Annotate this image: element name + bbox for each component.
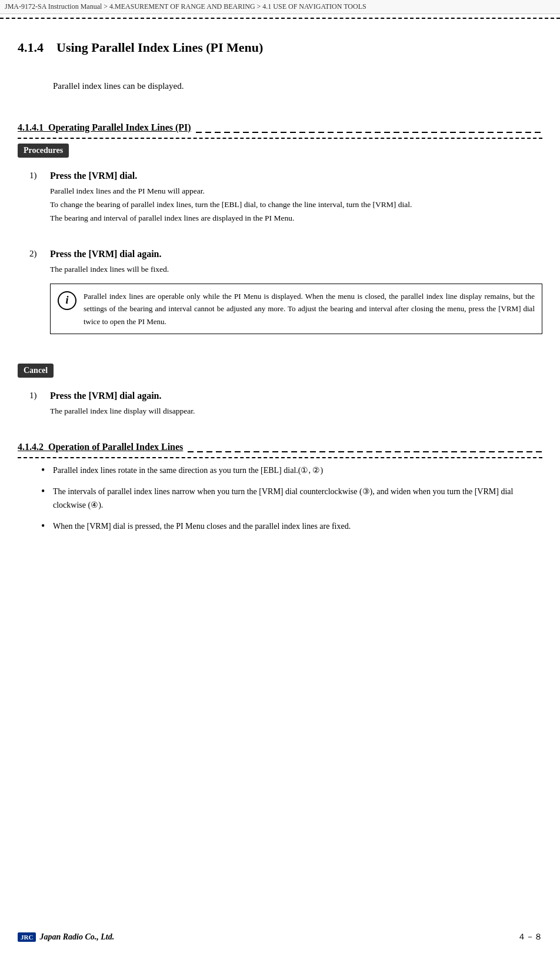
top-dashed-divider <box>0 18 560 19</box>
step-1-body: Parallel index lines and the PI Menu wil… <box>50 185 542 225</box>
footer: JRC Japan Radio Co., Ltd. ４－８ <box>0 932 560 942</box>
subsection2-row: 4.1.4.2 Operation of Parallel Index Line… <box>18 436 542 458</box>
section-intro: Parallel index lines can be displayed. <box>53 79 542 93</box>
step-1-number: 1) <box>29 171 50 181</box>
footer-logo-area: JRC Japan Radio Co., Ltd. <box>18 932 114 942</box>
section-number: 4.1.4 <box>18 40 44 55</box>
subsection1-dashes <box>196 132 542 133</box>
step-1-line-2: To change the bearing of parallel index … <box>50 198 542 212</box>
cancel-badge: Cancel <box>18 364 54 378</box>
cancel-step-1-body: The parallel index line display will dis… <box>50 405 542 418</box>
subsection1-row: 4.1.4.1 Operating Parallel Index Lines (… <box>18 116 542 139</box>
info-box: i Parallel index lines are operable only… <box>50 284 542 334</box>
step-1-line-3: The bearing and interval of parallel ind… <box>50 212 542 225</box>
bullet-text-3: When the [VRM] dial is pressed, the PI M… <box>53 520 542 533</box>
step-1-row: 1) Press the [VRM] dial. <box>29 171 542 181</box>
section-heading: 4.1.4 Using Parallel Index Lines (PI Men… <box>18 40 542 55</box>
section-title: Using Parallel Index Lines (PI Menu) <box>56 40 263 55</box>
info-icon: i <box>58 291 76 310</box>
bullet-text-1: Parallel index lines rotate in the same … <box>53 464 542 477</box>
subsection2-heading: 4.1.4.2 Operation of Parallel Index Line… <box>18 442 183 455</box>
cancel-step-1-title: Press the [VRM] dial again. <box>50 391 161 401</box>
subsection1-heading: 4.1.4.1 Operating Parallel Index Lines (… <box>18 122 191 135</box>
step-2-title: Press the [VRM] dial again. <box>50 249 161 259</box>
step-2-row: 2) Press the [VRM] dial again. <box>29 249 542 259</box>
bullet-text-2: The intervals of parallel index lines na… <box>53 485 542 512</box>
step-2-number: 2) <box>29 249 50 259</box>
jrc-badge: JRC <box>18 932 36 942</box>
step-2-body: The parallel index lines will be fixed. … <box>50 263 542 334</box>
step-1-title: Press the [VRM] dial. <box>50 171 137 181</box>
cancel-step-1-number: 1) <box>29 391 50 401</box>
cancel-step-1-row: 1) Press the [VRM] dial again. <box>29 391 542 401</box>
bullet-item-1: • Parallel index lines rotate in the sam… <box>41 464 542 477</box>
bullet-item-2: • The intervals of parallel index lines … <box>41 485 542 512</box>
procedures-badge: Procedures <box>18 144 69 158</box>
step-1-line-1: Parallel index lines and the PI Menu wil… <box>50 185 542 198</box>
footer-company: Japan Radio Co., Ltd. <box>39 932 114 942</box>
step-2-line-1: The parallel index lines will be fixed. <box>50 263 542 276</box>
bullet-dot-3: • <box>41 520 53 533</box>
bullet-section: • Parallel index lines rotate in the sam… <box>41 464 542 534</box>
subsection2-dashes <box>188 451 542 452</box>
footer-page: ４－８ <box>518 932 542 942</box>
bullet-dot-2: • <box>41 485 53 498</box>
bullet-item-3: • When the [VRM] dial is pressed, the PI… <box>41 520 542 533</box>
bullet-dot-1: • <box>41 464 53 477</box>
breadcrumb: JMA-9172-SA Instruction Manual > 4.MEASU… <box>0 0 560 14</box>
info-box-text: Parallel index lines are operable only w… <box>84 290 535 328</box>
cancel-step-1-line-1: The parallel index line display will dis… <box>50 405 542 418</box>
